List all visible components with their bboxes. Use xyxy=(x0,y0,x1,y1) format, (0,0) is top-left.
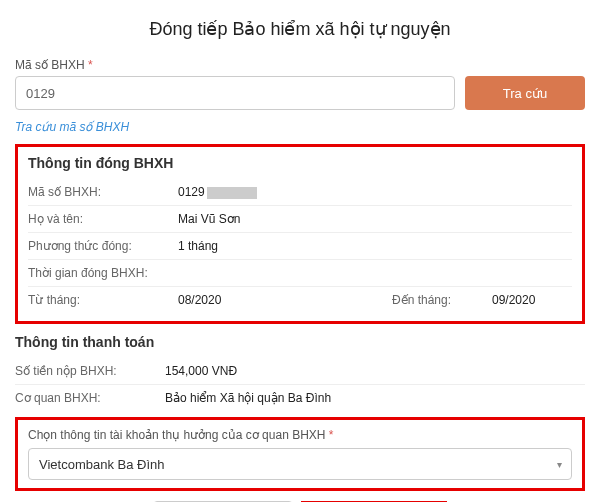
payment-section-title: Thông tin thanh toán xyxy=(15,334,585,350)
payment-amount-label: Số tiền nộp BHXH: xyxy=(15,364,165,378)
payment-agency-label: Cơ quan BHXH: xyxy=(15,391,165,405)
lookup-code-link[interactable]: Tra cứu mã số BHXH xyxy=(15,120,129,134)
bhxh-code-input[interactable] xyxy=(15,76,455,110)
account-box: Chọn thông tin tài khoản thụ hưởng của c… xyxy=(15,417,585,491)
info-name-value: Mai Vũ Sơn xyxy=(178,212,572,226)
info-row-period: Thời gian đóng BHXH: xyxy=(28,260,572,287)
account-selected-value: Vietcombank Ba Đình xyxy=(39,457,165,472)
redacted-block xyxy=(207,187,257,199)
info-name-label: Họ và tên: xyxy=(28,212,178,226)
account-select[interactable]: Vietcombank Ba Đình xyxy=(28,448,572,480)
info-to-label: Đến tháng: xyxy=(392,293,492,307)
info-row-code: Mã số BHXH: 0129 xyxy=(28,179,572,206)
account-select-wrap: Vietcombank Ba Đình ▾ xyxy=(28,448,572,480)
info-from-value: 08/2020 xyxy=(178,293,392,307)
required-mark: * xyxy=(88,58,93,72)
page-title: Đóng tiếp Bảo hiểm xã hội tự nguyện xyxy=(15,18,585,40)
info-section-title: Thông tin đóng BHXH xyxy=(28,155,572,171)
info-from-label: Từ tháng: xyxy=(28,293,178,307)
lookup-section: Mã số BHXH * Tra cứu Tra cứu mã số BHXH xyxy=(15,58,585,144)
required-mark: * xyxy=(329,428,334,442)
info-method-value: 1 tháng xyxy=(178,239,572,253)
code-field-label: Mã số BHXH * xyxy=(15,58,585,72)
payment-agency-value: Bảo hiểm Xã hội quận Ba Đình xyxy=(165,391,585,405)
chevron-down-icon: ▾ xyxy=(557,459,562,470)
info-to-value: 09/2020 xyxy=(492,293,572,307)
info-period-value xyxy=(178,266,572,280)
info-method-label: Phương thức đóng: xyxy=(28,239,178,253)
account-select-label: Chọn thông tin tài khoản thụ hưởng của c… xyxy=(28,428,572,442)
info-code-label: Mã số BHXH: xyxy=(28,185,178,199)
info-row-range: Từ tháng: 08/2020 Đến tháng: 09/2020 xyxy=(28,287,572,313)
info-code-value: 0129 xyxy=(178,185,572,199)
payment-amount-value: 154,000 VNĐ xyxy=(165,364,585,378)
payment-section: Thông tin thanh toán Số tiền nộp BHXH: 1… xyxy=(15,334,585,411)
info-row-method: Phương thức đóng: 1 tháng xyxy=(28,233,572,260)
info-period-label: Thời gian đóng BHXH: xyxy=(28,266,178,280)
info-box: Thông tin đóng BHXH Mã số BHXH: 0129 Họ … xyxy=(15,144,585,324)
payment-row-amount: Số tiền nộp BHXH: 154,000 VNĐ xyxy=(15,358,585,385)
payment-row-agency: Cơ quan BHXH: Bảo hiểm Xã hội quận Ba Đì… xyxy=(15,385,585,411)
lookup-button[interactable]: Tra cứu xyxy=(465,76,585,110)
info-row-name: Họ và tên: Mai Vũ Sơn xyxy=(28,206,572,233)
